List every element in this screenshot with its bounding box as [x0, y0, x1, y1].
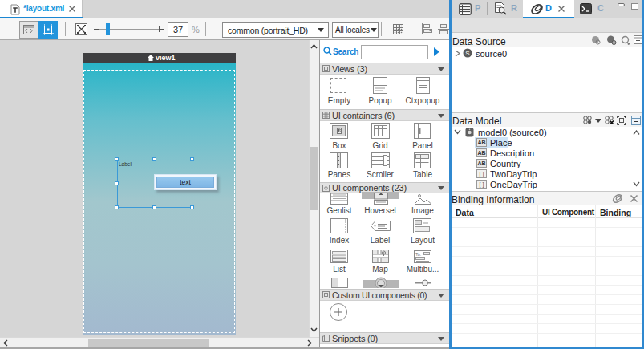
- svg-text:S: S: [465, 50, 469, 57]
- svg-text:To:: To:: [415, 252, 422, 257]
